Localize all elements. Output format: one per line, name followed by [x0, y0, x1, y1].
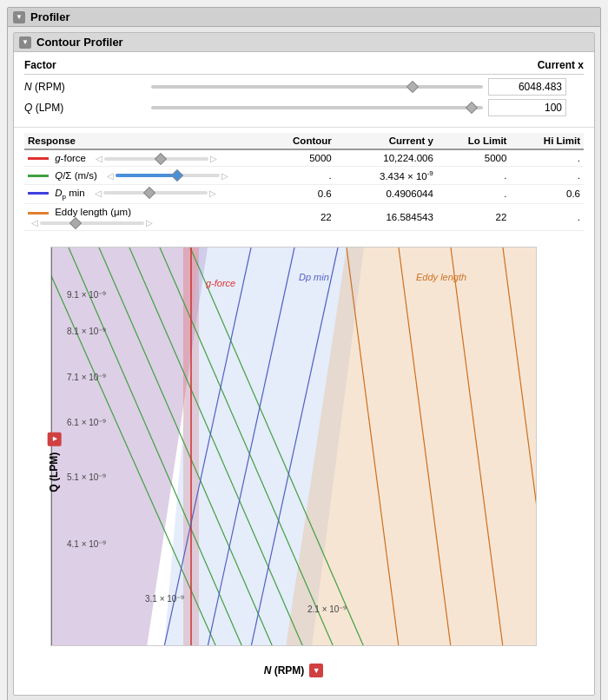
gforce-slider-track[interactable] [104, 157, 208, 161]
response-cell-dpmin-lo: . [437, 184, 511, 203]
profiler-title-bar: ▼ Profiler [8, 8, 600, 27]
qsigma-slider-handle[interactable] [171, 169, 183, 182]
profiler-collapse-arrow[interactable]: ▼ [13, 11, 25, 23]
dpmin-slider-track[interactable] [103, 191, 208, 195]
qsigma-slider[interactable]: ◁ ▷ [107, 171, 228, 181]
factor-value-q[interactable] [488, 99, 566, 116]
response-cell-dpmin-contour: 0.6 [261, 184, 335, 203]
response-col-current-y: Current y [335, 133, 437, 149]
qsigma-slider-track[interactable] [116, 174, 220, 177]
contour-label-9.1: 9.1 × 10⁻⁹ [67, 290, 106, 300]
x-axis-dropdown-arrow[interactable]: ▼ [309, 664, 323, 677]
contour-label-6.1: 6.1 × 10⁻⁹ [67, 418, 106, 427]
response-col-lo-limit: Lo Limit [437, 133, 511, 149]
response-cell-qsigma-lo: . [437, 167, 511, 185]
y-axis-dropdown-arrow[interactable]: ▼ [48, 432, 62, 446]
dpmin-slider[interactable]: ◁ ▷ [95, 188, 216, 198]
response-cell-qsigma-label: Q/Σ (m/s) ◁ ▷ [24, 167, 261, 185]
response-table-header: Response Contour Current y Lo Limit Hi L… [24, 133, 584, 149]
qsigma-slider-fill [116, 174, 178, 177]
contour-label-8.1: 8.1 × 10⁻⁹ [67, 327, 106, 336]
response-row-qsigma: Q/Σ (m/s) ◁ ▷ [24, 167, 584, 185]
response-row-eddy: Eddy length (μm) ◁ ▷ [24, 204, 584, 231]
factor-header-current-x: Current x [488, 59, 584, 71]
contour-label-5.1: 5.1 × 10⁻⁹ [67, 472, 106, 482]
gforce-color-line [28, 157, 49, 160]
qsigma-left-arrow[interactable]: ◁ [107, 171, 114, 181]
gforce-slider-handle[interactable] [155, 152, 167, 164]
dpmin-slider-wrapper: ◁ ▷ [95, 188, 216, 198]
gforce-slider-wrapper: ◁ ▷ [96, 153, 217, 163]
y-axis-label: Q (LPM) ▼ [48, 432, 62, 492]
response-cell-gforce-current-y: 10,224.006 [335, 149, 437, 167]
response-cell-gforce-hi: . [510, 149, 584, 167]
gforce-slider[interactable]: ◁ ▷ [96, 154, 217, 163]
dpmin-left-arrow[interactable]: ◁ [95, 188, 102, 198]
factor-label-q: Q (LPM) [24, 102, 146, 114]
factor-slider-n-track[interactable] [151, 85, 483, 89]
eddy-color-line [28, 212, 49, 215]
profiler-title: Profiler [30, 10, 70, 23]
factor-row-n: N (RPM) [24, 78, 584, 96]
dpmin-slider-handle[interactable] [143, 187, 155, 199]
response-cell-dpmin-hi: 0.6 [510, 184, 584, 203]
contour-label-2.1: 2.1 × 10⁻⁹ [307, 604, 347, 614]
chart-area: Q (LPM) ▼ [14, 238, 594, 695]
response-cell-gforce-lo: 5000 [437, 149, 511, 167]
response-cell-eddy-hi: . [510, 204, 584, 231]
gforce-right-arrow[interactable]: ▷ [210, 154, 217, 163]
contour-profiler-title-bar: ▼ Contour Profiler [14, 33, 594, 52]
qsigma-slider-wrapper: ◁ ▷ [107, 170, 228, 181]
response-cell-eddy-current-y: 16.584543 [335, 204, 437, 231]
contour-label-3.1: 3.1 × 10⁻⁹ [145, 594, 184, 604]
response-row-gforce: g-force ◁ ▷ 5000 [24, 149, 584, 167]
factor-value-n[interactable] [488, 78, 566, 96]
factor-slider-q-track[interactable] [151, 106, 483, 109]
response-cell-dpmin-label: Dp min ◁ ▷ [24, 184, 261, 203]
profiler-panel: ▼ Profiler ▼ Contour Profiler Factor Cur… [7, 7, 601, 700]
response-col-response: Response [24, 133, 261, 149]
factor-slider-n-handle[interactable] [406, 81, 419, 93]
eddy-slider-wrapper: ◁ ▷ [31, 217, 153, 228]
dpmin-right-arrow[interactable]: ▷ [209, 188, 216, 198]
contour-collapse-arrow[interactable]: ▼ [19, 36, 31, 49]
response-cell-gforce-contour: 5000 [261, 149, 335, 167]
contour-label-4.1: 4.1 × 10⁻⁹ [67, 539, 106, 549]
x-axis-label-text: N (RPM) [264, 664, 305, 677]
factor-label-n: N (RPM) [24, 81, 146, 93]
contour-chart-svg: 3750 4250 4750 5250 5750 40 50 [50, 247, 537, 646]
response-cell-dpmin-current-y: 0.4906044 [335, 184, 437, 203]
dpmin-color-line [28, 192, 49, 195]
eddy-slider-handle[interactable] [69, 217, 82, 229]
factor-slider-q[interactable] [146, 106, 488, 109]
factors-section: Factor Current x N (RPM) Q (LPM) [14, 52, 594, 127]
response-table: Response Contour Current y Lo Limit Hi L… [24, 133, 584, 231]
contour-profiler-title: Contour Profiler [36, 36, 123, 49]
chart-annotation-gforce: g-force [206, 278, 235, 288]
eddy-slider-track[interactable] [40, 221, 144, 225]
factor-slider-q-handle[interactable] [466, 102, 478, 114]
chart-annotation-eddy: Eddy length [416, 272, 466, 282]
factor-header-label: Factor [24, 59, 146, 71]
x-axis-label-container: N (RPM) ▼ [50, 664, 537, 677]
response-section: Response Contour Current y Lo Limit Hi L… [14, 127, 594, 238]
eddy-right-arrow[interactable]: ▷ [146, 218, 153, 228]
chart-annotation-dpmin: Dp min [299, 272, 329, 282]
response-cell-gforce-label: g-force ◁ ▷ [24, 149, 261, 167]
eddy-slider[interactable]: ◁ ▷ [31, 218, 153, 228]
qsigma-color-line [28, 175, 49, 177]
contour-profiler-panel: ▼ Contour Profiler Factor Current x N (R… [13, 32, 595, 696]
response-cell-eddy-label: Eddy length (μm) ◁ ▷ [24, 204, 261, 231]
factor-header-spacer [146, 59, 488, 71]
factor-row-q: Q (LPM) [24, 99, 584, 116]
response-row-dpmin: Dp min ◁ ▷ 0.6 [24, 184, 584, 203]
gforce-left-arrow[interactable]: ◁ [96, 154, 102, 163]
response-cell-eddy-lo: 22 [437, 204, 511, 231]
contour-label-7.1: 7.1 × 10⁻⁹ [67, 373, 106, 382]
response-cell-qsigma-hi: . [510, 167, 584, 185]
eddy-left-arrow[interactable]: ◁ [31, 218, 38, 228]
factor-slider-n[interactable] [146, 85, 488, 89]
qsigma-right-arrow[interactable]: ▷ [221, 171, 228, 181]
response-col-hi-limit: Hi Limit [510, 133, 584, 149]
response-cell-eddy-contour: 22 [261, 204, 335, 231]
